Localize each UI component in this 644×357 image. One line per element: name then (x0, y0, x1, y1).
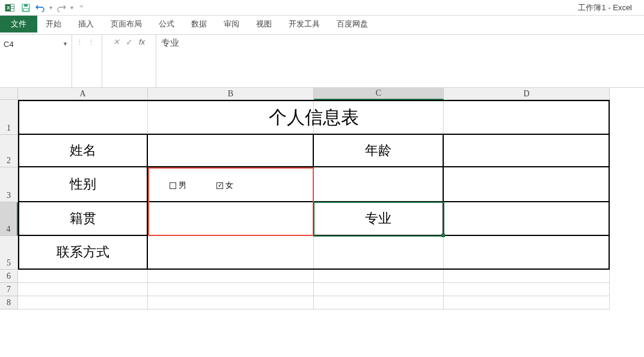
tab-baidu[interactable]: 百度网盘 (328, 16, 376, 33)
checkbox-label: 男 (179, 180, 186, 191)
save-button[interactable] (19, 1, 32, 14)
accept-formula-icon[interactable]: ✓ (126, 37, 133, 47)
cell-C6[interactable] (314, 270, 444, 283)
col-header-A[interactable]: A (18, 88, 148, 100)
col-header-D[interactable]: D (444, 88, 610, 100)
checkbox-label: 女 (225, 180, 233, 191)
tab-review[interactable]: 审阅 (215, 16, 248, 33)
table-cell-D3[interactable] (444, 167, 610, 202)
tab-layout[interactable]: 页面布局 (102, 16, 150, 33)
table-cell-D2[interactable] (444, 135, 610, 167)
checkbox-female[interactable]: ✓女 (216, 180, 233, 191)
cell-C8[interactable] (314, 296, 444, 309)
col-header-B[interactable]: B (148, 88, 314, 100)
cell-A7[interactable] (18, 283, 148, 296)
svg-text:X: X (7, 5, 10, 11)
row-header-6[interactable]: 6 (0, 270, 18, 283)
tab-view[interactable]: 视图 (248, 16, 280, 33)
table-cell-D4[interactable] (444, 202, 610, 236)
svg-rect-2 (11, 4, 14, 11)
tab-home[interactable]: 开始 (37, 16, 70, 33)
svg-rect-7 (23, 8, 28, 11)
title-bar: X ▾ ▾ ⁼ 工作簿1 - Excel (0, 0, 644, 16)
formula-input[interactable]: 专业 (156, 35, 644, 87)
select-all-corner[interactable] (0, 88, 18, 100)
cell-C7[interactable] (314, 283, 444, 296)
undo-button[interactable] (34, 1, 47, 14)
table-cell-A4[interactable]: 籍贯 (18, 202, 148, 236)
row-header-3[interactable]: 3 (0, 167, 18, 202)
separator-icon: ⋮ (75, 37, 85, 48)
redo-button[interactable] (55, 1, 68, 14)
tab-file[interactable]: 文件 (0, 16, 37, 33)
tab-developer[interactable]: 开发工具 (280, 16, 328, 33)
checkbox-male[interactable]: 男 (170, 180, 186, 191)
table-cell-A3[interactable]: 性别 (18, 167, 148, 202)
table-cell-B2[interactable] (148, 135, 314, 167)
col-header-C[interactable]: C (314, 88, 444, 100)
row-header-7[interactable]: 7 (0, 283, 18, 296)
separator-icon: ⋮ (86, 37, 96, 48)
cell-A8[interactable] (18, 296, 148, 309)
table-cell-B4[interactable] (148, 202, 314, 236)
svg-rect-6 (24, 4, 28, 7)
cell-D6[interactable] (444, 270, 610, 283)
cell-B7[interactable] (148, 283, 314, 296)
cell-D7[interactable] (444, 283, 610, 296)
table-cell-A2[interactable]: 姓名 (18, 135, 148, 167)
qat-dropdown-icon[interactable]: ▾ (70, 4, 73, 11)
name-box-value: C4 (4, 40, 14, 49)
qat-dropdown-icon[interactable]: ▾ (49, 4, 52, 11)
cancel-formula-icon[interactable]: ✕ (113, 37, 120, 46)
tab-data[interactable]: 数据 (183, 16, 215, 33)
row-header-1[interactable]: 1 (0, 100, 18, 135)
table-cell-A5[interactable]: 联系方式 (18, 236, 148, 270)
ribbon-tabs: 文件 开始 插入 页面布局 公式 数据 审阅 视图 开发工具 百度网盘 (0, 16, 644, 33)
table-cell-C4[interactable]: 专业 (314, 202, 444, 236)
formula-bar: C4 ▼ ⋮ ⋮ ✕ ✓ fx 专业 (0, 35, 644, 88)
table-cell-C2[interactable]: 年龄 (314, 135, 444, 167)
excel-icon: X (2, 2, 17, 14)
tab-insert[interactable]: 插入 (70, 16, 102, 33)
name-box-dropdown-icon[interactable]: ▼ (63, 41, 68, 47)
name-box[interactable]: C4 ▼ (0, 37, 72, 51)
cell-B8[interactable] (148, 296, 314, 309)
tab-formulas[interactable]: 公式 (150, 16, 183, 33)
fx-icon[interactable]: fx (139, 37, 145, 46)
checkbox-box-icon (170, 182, 176, 189)
table-cell-B5[interactable] (148, 236, 610, 270)
cell-B6[interactable] (148, 270, 314, 283)
row-header-4[interactable]: 4 (0, 202, 18, 236)
row-header-8[interactable]: 8 (0, 296, 18, 309)
row-header-2[interactable]: 2 (0, 135, 18, 167)
row-header-5[interactable]: 5 (0, 236, 18, 270)
table-title[interactable]: 个人信息表 (18, 100, 610, 135)
table-cell-C3[interactable] (314, 167, 444, 202)
window-title: 工作簿1 - Excel (84, 2, 644, 13)
gender-checkbox-group: 男✓女 (170, 180, 233, 191)
cell-A6[interactable] (18, 270, 148, 283)
checkbox-box-icon: ✓ (216, 182, 223, 189)
quick-access-toolbar: ▾ ▾ ⁼ (19, 1, 84, 14)
qat-customize-icon[interactable]: ⁼ (79, 3, 84, 12)
cell-D8[interactable] (444, 296, 610, 309)
